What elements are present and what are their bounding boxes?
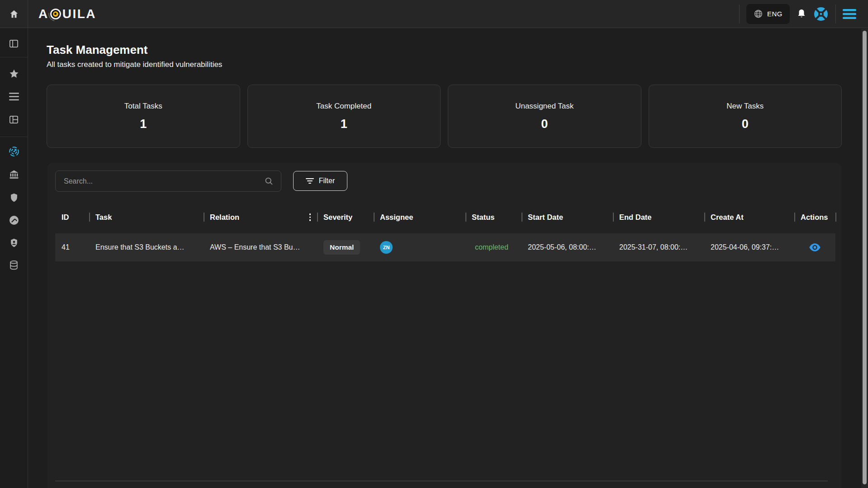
column-header-label: Relation: [210, 213, 239, 222]
column-header-create-at[interactable]: Create At: [704, 208, 794, 226]
column-header-actions[interactable]: Actions: [794, 208, 835, 226]
column-header-severity[interactable]: Severity: [317, 208, 374, 226]
hamburger-icon: [843, 9, 856, 19]
task-table-panel: Filter ID Task Relation Severity Assigne…: [47, 163, 842, 488]
filter-icon: [306, 178, 314, 184]
sidebar-item-scan-active[interactable]: [0, 146, 28, 157]
column-header-relation[interactable]: Relation: [204, 208, 317, 226]
top-header: A UILA ENG: [0, 0, 868, 28]
database-icon: [9, 260, 19, 271]
severity-badge: Normal: [323, 240, 360, 255]
cell-relation: AWS – Ensure that S3 Bu…: [204, 233, 317, 261]
stat-card-unassigned-task: Unassigned Task 0: [448, 85, 641, 148]
table-header: ID Task Relation Severity Assignee Statu…: [55, 208, 835, 226]
layout-grid-icon: [9, 114, 19, 125]
column-header-id[interactable]: ID: [55, 208, 89, 226]
cell-end-date: 2025-31-07, 08:00:…: [613, 233, 704, 261]
sidebar-item-panel-toggle[interactable]: [0, 38, 28, 49]
column-options-icon[interactable]: [309, 213, 311, 221]
cell-create-at: 2025-04-06, 09:37:…: [704, 233, 794, 261]
support-button[interactable]: [813, 6, 829, 22]
column-header-status[interactable]: Status: [465, 208, 522, 226]
cell-status: completed: [465, 233, 522, 261]
column-header-assignee[interactable]: Assignee: [374, 208, 465, 226]
logo-eye-icon: [50, 9, 61, 19]
search-box: [55, 171, 281, 192]
sidebar-item-menu[interactable]: [0, 91, 28, 103]
account-shield-icon: [9, 237, 19, 248]
column-header-task[interactable]: Task: [89, 208, 204, 226]
bell-icon: [797, 9, 806, 19]
view-task-button[interactable]: [809, 243, 821, 252]
star-icon: [9, 68, 19, 79]
column-header-start-date[interactable]: Start Date: [522, 208, 613, 226]
logo-text-suffix: UILA: [62, 7, 96, 21]
cell-start-date: 2025-05-06, 08:00:…: [522, 233, 613, 261]
sidebar: [0, 28, 28, 488]
sidebar-item-account-security[interactable]: [0, 237, 28, 249]
page-title: Task Management: [47, 43, 147, 57]
header-divider: [739, 5, 740, 24]
sidebar-item-favorites[interactable]: [0, 68, 28, 80]
stat-label: New Tasks: [726, 102, 764, 111]
cell-actions: [794, 233, 835, 261]
bank-icon: [9, 169, 19, 180]
sidebar-item-security[interactable]: [0, 192, 28, 204]
stat-value: 0: [742, 117, 749, 131]
stat-label: Task Completed: [316, 102, 371, 111]
globe-icon: [754, 9, 763, 19]
support-wheel-icon: [813, 6, 829, 22]
sidebar-item-database[interactable]: [0, 260, 28, 271]
home-button[interactable]: [0, 0, 28, 28]
sidebar-item-institution[interactable]: [0, 169, 28, 180]
vertical-scrollbar-thumb[interactable]: [863, 31, 867, 484]
radar-scan-icon: [8, 146, 20, 157]
vertical-scrollbar-track: [861, 28, 868, 488]
stat-card-total-tasks: Total Tasks 1: [47, 85, 240, 148]
cell-id: 41: [55, 233, 89, 261]
sidebar-divider: [0, 57, 28, 57]
eye-icon: [809, 243, 821, 252]
notifications-button[interactable]: [797, 9, 806, 19]
sidebar-item-layout[interactable]: [0, 114, 28, 125]
table-row[interactable]: 41 Ensure that S3 Buckets a… AWS – Ensur…: [55, 233, 835, 261]
sidebar-item-performance[interactable]: [0, 214, 28, 226]
home-icon: [9, 9, 19, 19]
search-icon: [264, 176, 274, 186]
page-subtitle: All tasks created to mitigate identified…: [47, 60, 222, 69]
menu-lines-icon: [9, 93, 19, 101]
status-text: completed: [472, 243, 508, 251]
shield-icon: [9, 192, 19, 203]
panel-toggle-icon: [9, 38, 19, 49]
stats-cards: Total Tasks 1 Task Completed 1 Unassigne…: [47, 85, 842, 148]
search-input[interactable]: [56, 177, 264, 185]
stat-value: 0: [541, 117, 548, 131]
cell-assignee: ZN: [374, 233, 465, 261]
stat-label: Unassigned Task: [515, 102, 574, 111]
header-divider: [835, 5, 836, 24]
cell-severity: Normal: [317, 233, 374, 261]
stat-value: 1: [341, 117, 347, 131]
language-label: ENG: [767, 10, 783, 18]
logo-text-prefix: A: [38, 7, 49, 21]
sidebar-divider: [0, 137, 28, 137]
app-logo: A UILA: [38, 7, 96, 21]
main-menu-button[interactable]: [843, 9, 856, 19]
stat-card-new-tasks: New Tasks 0: [649, 85, 842, 148]
assignee-avatar: ZN: [380, 241, 393, 254]
cell-task: Ensure that S3 Buckets a…: [89, 233, 204, 261]
stat-card-task-completed: Task Completed 1: [247, 85, 441, 148]
gauge-icon: [9, 215, 19, 226]
filter-button[interactable]: Filter: [293, 171, 347, 191]
stat-label: Total Tasks: [124, 102, 162, 111]
stat-value: 1: [140, 117, 147, 131]
main-content: Task Management All tasks created to mit…: [28, 28, 868, 488]
table-bottom-divider: [55, 481, 828, 481]
filter-label: Filter: [319, 177, 335, 185]
language-selector[interactable]: ENG: [746, 4, 790, 24]
column-header-end-date[interactable]: End Date: [613, 208, 704, 226]
